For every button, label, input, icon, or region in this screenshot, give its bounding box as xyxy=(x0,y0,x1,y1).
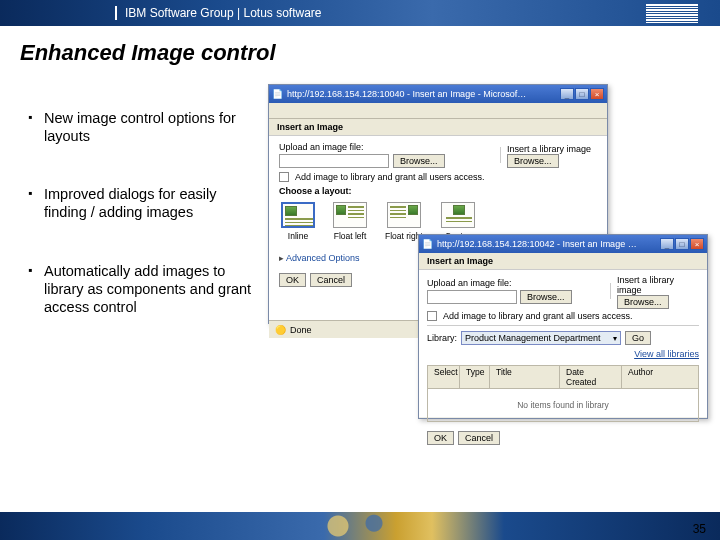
view-all-libraries-link[interactable]: View all libraries xyxy=(634,349,699,359)
add-to-library-checkbox[interactable] xyxy=(427,311,437,321)
ok-button[interactable]: OK xyxy=(279,273,306,287)
library-table: Select Type Title Date Created Author No… xyxy=(427,365,699,422)
table-header: Author xyxy=(622,366,698,388)
close-icon[interactable]: × xyxy=(590,88,604,100)
layout-label: Float left xyxy=(334,231,367,241)
maximize-icon[interactable]: □ xyxy=(675,238,689,250)
upload-label: Upload an image file: xyxy=(279,142,494,152)
layout-option-inline[interactable]: Inline xyxy=(281,202,315,241)
header-label: IBM Software Group | Lotus software xyxy=(125,6,322,20)
library-select[interactable]: Product Management Department xyxy=(461,331,621,345)
window-title: http://192.168.154.128:10042 - Insert an… xyxy=(437,239,637,249)
browser-toolbar xyxy=(269,103,607,119)
go-button[interactable]: Go xyxy=(625,331,651,345)
browse-button[interactable]: Browse... xyxy=(393,154,445,168)
table-header: Select xyxy=(428,366,460,388)
ibm-logo xyxy=(646,4,698,23)
close-icon[interactable]: × xyxy=(690,238,704,250)
bullet-item: Improved dialogs for easily finding / ad… xyxy=(28,185,258,221)
ie-page-icon: 📄 xyxy=(422,239,433,249)
ie-page-icon: 📄 xyxy=(272,89,283,99)
browse-button[interactable]: Browse... xyxy=(520,290,572,304)
table-header: Title xyxy=(490,366,560,388)
cancel-button[interactable]: Cancel xyxy=(310,273,352,287)
browse-library-button[interactable]: Browse... xyxy=(617,295,669,309)
choose-layout-label: Choose a layout: xyxy=(279,186,597,196)
browse-library-button[interactable]: Browse... xyxy=(507,154,559,168)
dialog-section-header: Insert an Image xyxy=(269,119,607,136)
window-titlebar: 📄 http://192.168.154.128:10042 - Insert … xyxy=(419,235,707,253)
upload-file-input[interactable] xyxy=(279,154,389,168)
divider xyxy=(500,147,501,163)
slide-content: New image control options for layouts Im… xyxy=(0,84,720,464)
add-to-library-checkbox[interactable] xyxy=(279,172,289,182)
insert-library-label: Insert a library image xyxy=(617,275,699,295)
layout-label: Inline xyxy=(288,231,308,241)
library-label: Library: xyxy=(427,333,457,343)
slide-footer xyxy=(0,512,720,540)
bullet-item: Automatically add images to library as c… xyxy=(28,262,258,316)
add-to-library-label: Add image to library and grant all users… xyxy=(295,172,485,182)
insert-image-dialog-library: 📄 http://192.168.154.128:10042 - Insert … xyxy=(418,234,708,419)
insert-library-label: Insert a library image xyxy=(507,144,597,154)
page-number: 35 xyxy=(693,522,706,536)
table-header: Date Created xyxy=(560,366,622,388)
ok-button[interactable]: OK xyxy=(427,431,454,445)
bullet-item: New image control options for layouts xyxy=(28,109,258,145)
footer-decoration xyxy=(302,512,422,540)
window-title: http://192.168.154.128:10040 - Insert an… xyxy=(287,89,527,99)
slide-header: IBM Software Group | Lotus software xyxy=(0,0,720,26)
upload-file-input[interactable] xyxy=(427,290,517,304)
minimize-icon[interactable]: _ xyxy=(560,88,574,100)
minimize-icon[interactable]: _ xyxy=(660,238,674,250)
table-empty-message: No items found in library xyxy=(428,389,698,421)
bullet-list: New image control options for layouts Im… xyxy=(28,84,258,464)
dialog-section-header: Insert an Image xyxy=(419,253,707,270)
upload-label: Upload an image file: xyxy=(427,278,604,288)
layout-option-float-left[interactable]: Float left xyxy=(333,202,367,241)
add-to-library-label: Add image to library and grant all users… xyxy=(443,311,633,321)
status-text: Done xyxy=(290,325,312,335)
slide-title: Enhanced Image control xyxy=(0,26,720,84)
done-icon: 🟡 xyxy=(275,325,286,335)
maximize-icon[interactable]: □ xyxy=(575,88,589,100)
cancel-button[interactable]: Cancel xyxy=(458,431,500,445)
window-titlebar: 📄 http://192.168.154.128:10040 - Insert … xyxy=(269,85,607,103)
screenshot-mockups: 📄 http://192.168.154.128:10040 - Insert … xyxy=(268,84,720,464)
table-header: Type xyxy=(460,366,490,388)
divider xyxy=(610,283,611,299)
header-separator xyxy=(115,6,117,20)
